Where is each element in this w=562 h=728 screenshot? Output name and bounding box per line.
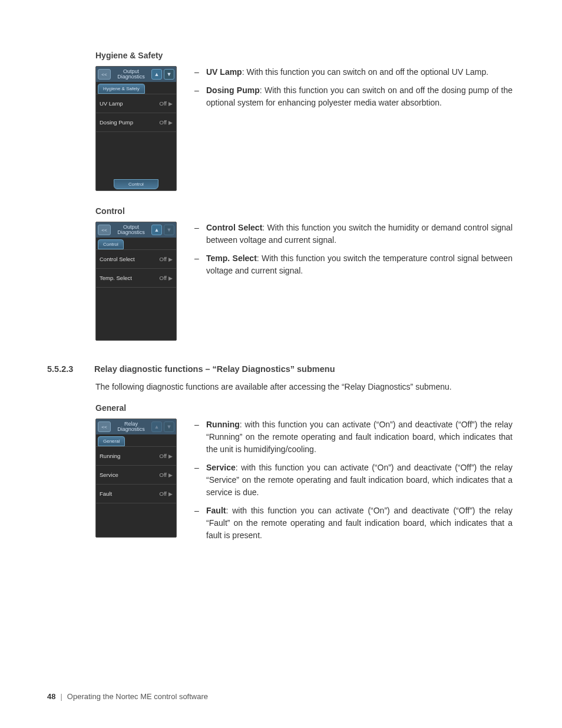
desc-bold: Temp. Select (206, 253, 257, 263)
list-item[interactable]: Service Off▶ (96, 466, 176, 485)
list-item-label: Dosing Pump (100, 119, 133, 126)
description-item: – Temp. Select: With this function you s… (194, 252, 513, 277)
header-title: Output Diagnostics (113, 225, 150, 236)
chevron-right-icon: ▶ (168, 491, 173, 497)
list-item[interactable]: Fault Off▶ (96, 485, 176, 503)
desc-body: : with this function you can activate (“… (206, 463, 513, 497)
list-item[interactable]: UV Lamp Off▶ (96, 94, 176, 113)
tab-hygiene[interactable]: Hygiene & Safety (98, 84, 145, 94)
list-item-label: Service (100, 472, 118, 478)
desc-bold: Fault (206, 506, 226, 515)
list-item[interactable]: Control Select Off▶ (96, 250, 176, 269)
bullet-dash: – (194, 84, 206, 109)
subsection-intro: The following diagnostic functions are a… (47, 382, 515, 391)
list-item-value: Off (160, 100, 167, 107)
description-item: – Fault: with this function you can acti… (194, 505, 513, 542)
list-item-label: UV Lamp (100, 100, 123, 107)
list-item-label: Fault (100, 490, 112, 497)
description-list: – UV Lamp: With this function you can sw… (194, 66, 515, 115)
arrow-down-icon[interactable]: ▼ (164, 421, 174, 432)
list-item-label: Temp. Select (100, 275, 132, 281)
desc-bold: Control Select (206, 223, 262, 232)
list: Running Off▶ Service Off▶ Fault Off▶ (96, 447, 176, 537)
description-item: – UV Lamp: With this function you can sw… (194, 66, 513, 78)
list-item-value: Off (160, 275, 167, 281)
list: UV Lamp Off▶ Dosing Pump Off▶ (96, 94, 176, 177)
bullet-dash: – (194, 462, 206, 499)
bullet-dash: – (194, 419, 206, 456)
page-footer: 48 | Operating the Nortec ME control sof… (47, 692, 208, 701)
tab-row: Hygiene & Safety (96, 82, 176, 94)
arrow-down-icon[interactable]: ▼ (164, 225, 174, 235)
back-button[interactable]: << (98, 69, 111, 80)
page-number: 48 (47, 692, 55, 701)
chevron-right-icon: ▶ (168, 275, 173, 281)
description-list: – Running: with this function you can ac… (194, 419, 515, 548)
section-control: Control << Output Diagnostics ▲ ▼ Contro… (47, 206, 515, 341)
list-item-label: Running (100, 453, 120, 459)
arrow-up-icon[interactable]: ▲ (151, 69, 162, 80)
tab-control[interactable]: Control (98, 239, 124, 249)
list-item-value: Off (160, 490, 167, 497)
device-footer: Control (96, 177, 176, 190)
header-line2: Diagnostics (117, 426, 145, 432)
section-title: Hygiene & Safety (47, 51, 515, 60)
list-item-value: Off (160, 119, 167, 126)
screenshot-hygiene: << Output Diagnostics ▲ ▼ Hygiene & Safe… (95, 66, 177, 191)
screenshot-control: << Output Diagnostics ▲ ▼ Control Contro… (95, 222, 177, 341)
tab-row: General (96, 434, 176, 447)
desc-body: : with this function you can activate (“… (206, 506, 513, 540)
desc-bold: UV Lamp (206, 67, 242, 77)
section-title: Control (47, 206, 515, 216)
header-line2: Diagnostics (117, 74, 145, 80)
list-item-value: Off (160, 256, 167, 262)
desc-body: : with this function you can activate (“… (206, 420, 513, 454)
chevron-right-icon: ▶ (168, 256, 173, 262)
header-title: Output Diagnostics (113, 69, 150, 80)
arrow-down-icon[interactable]: ▼ (164, 69, 174, 80)
section-general: General << Relay Diagnostics ▲ ▼ General (47, 403, 515, 548)
subsection-heading: 5.5.2.3 Relay diagnostic functions – “Re… (47, 364, 515, 374)
list-item-value: Off (160, 472, 167, 478)
bullet-dash: – (194, 505, 206, 542)
back-button[interactable]: << (98, 225, 111, 235)
device-header: << Output Diagnostics ▲ ▼ (96, 67, 176, 82)
footer-title: Operating the Nortec ME control software (67, 692, 208, 701)
tab-general[interactable]: General (98, 436, 125, 446)
back-button[interactable]: << (98, 421, 111, 432)
device-header: << Output Diagnostics ▲ ▼ (96, 222, 176, 238)
list-item[interactable]: Running Off▶ (96, 447, 176, 466)
bullet-dash: – (194, 66, 206, 78)
chevron-right-icon: ▶ (168, 101, 173, 107)
chevron-right-icon: ▶ (168, 453, 173, 459)
subsection-number: 5.5.2.3 (47, 364, 86, 374)
screenshot-general: << Relay Diagnostics ▲ ▼ General Running… (95, 419, 177, 538)
description-item: – Control Select: With this function you… (194, 222, 513, 246)
arrow-up-icon[interactable]: ▲ (151, 421, 162, 432)
desc-body: : With this function you can switch on a… (242, 67, 488, 77)
list-item-value: Off (160, 453, 167, 459)
divider: | (60, 692, 62, 701)
description-item: – Service: with this function you can ac… (194, 462, 513, 499)
chevron-right-icon: ▶ (168, 120, 173, 126)
description-item: – Dosing Pump: With this function you ca… (194, 84, 513, 109)
description-item: – Running: with this function you can ac… (194, 419, 513, 456)
subsection-title: Relay diagnostic functions – “Relay Diag… (94, 364, 335, 374)
header-line2: Diagnostics (117, 229, 145, 235)
bullet-dash: – (194, 222, 206, 246)
description-list: – Control Select: With this function you… (194, 222, 515, 283)
chevron-right-icon: ▶ (168, 472, 173, 478)
desc-bold: Dosing Pump (206, 85, 260, 95)
desc-bold: Running (206, 420, 240, 429)
section-title: General (47, 403, 515, 413)
arrow-up-icon[interactable]: ▲ (151, 225, 162, 235)
list-item-label: Control Select (100, 256, 135, 262)
bullet-dash: – (194, 252, 206, 277)
list-item[interactable]: Temp. Select Off▶ (96, 269, 176, 288)
section-hygiene: Hygiene & Safety << Output Diagnostics ▲… (47, 51, 515, 191)
desc-bold: Service (206, 463, 236, 472)
tab-row: Control (96, 238, 176, 250)
footer-tab[interactable]: Control (114, 179, 158, 189)
list: Control Select Off▶ Temp. Select Off▶ (96, 250, 176, 340)
list-item[interactable]: Dosing Pump Off▶ (96, 113, 176, 132)
